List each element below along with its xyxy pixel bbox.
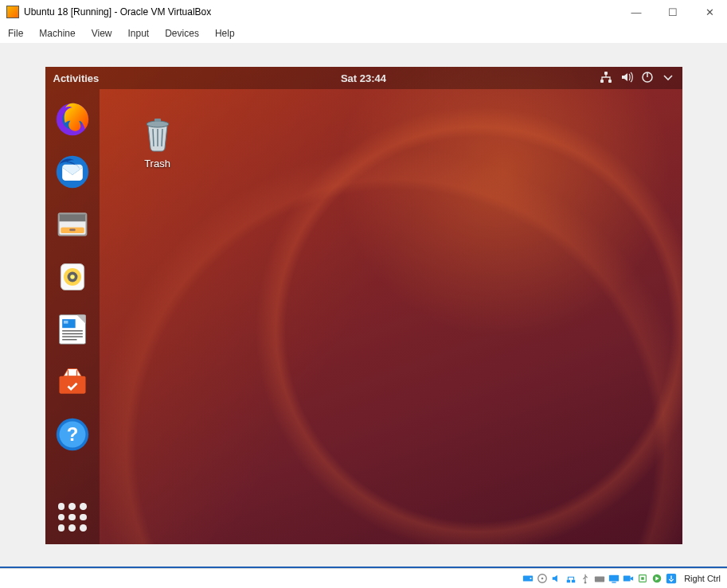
- sb-network-icon[interactable]: [565, 572, 577, 585]
- sb-audio-icon[interactable]: [550, 572, 563, 585]
- menu-view[interactable]: View: [92, 28, 112, 39]
- trash-icon: [137, 113, 178, 154]
- guest-screen[interactable]: Activities Sat 23:44: [45, 67, 682, 544]
- sb-keyboard-icon[interactable]: [665, 572, 678, 585]
- svg-rect-12: [69, 229, 75, 232]
- sb-display-icon[interactable]: [608, 572, 620, 585]
- host-key-label: Right Ctrl: [684, 574, 721, 583]
- clock[interactable]: Sat 23:44: [341, 72, 386, 84]
- minimize-button[interactable]: —: [625, 6, 647, 18]
- svg-rect-10: [59, 214, 85, 221]
- trash-label: Trash: [137, 158, 178, 169]
- svg-rect-41: [609, 575, 619, 582]
- svg-rect-19: [64, 321, 68, 324]
- menu-devices[interactable]: Devices: [165, 28, 199, 39]
- svg-rect-0: [604, 72, 608, 75]
- svg-line-30: [162, 129, 162, 146]
- dock-files[interactable]: [53, 205, 92, 243]
- window-title: Ubuntu 18 [Running] - Oracle VM VirtualB…: [24, 6, 625, 18]
- maximize-button[interactable]: ☐: [662, 6, 684, 18]
- svg-point-31: [147, 121, 169, 127]
- chevron-down-icon[interactable]: [662, 71, 674, 86]
- show-applications-button[interactable]: [58, 503, 87, 532]
- svg-rect-1: [600, 80, 604, 83]
- sb-recording-icon[interactable]: [622, 572, 635, 585]
- dock-ubuntu-software[interactable]: [53, 363, 92, 401]
- menu-file[interactable]: File: [8, 28, 23, 39]
- virtualbox-icon: [6, 6, 19, 18]
- svg-point-16: [70, 275, 75, 279]
- sb-usb-icon[interactable]: [579, 572, 592, 585]
- gnome-topbar: Activities Sat 23:44: [45, 67, 682, 89]
- power-icon[interactable]: [641, 71, 654, 86]
- svg-rect-32: [154, 119, 161, 122]
- volume-icon[interactable]: [620, 71, 633, 86]
- menu-help[interactable]: Help: [215, 28, 235, 39]
- network-icon[interactable]: [600, 71, 612, 86]
- svg-text:?: ?: [66, 423, 78, 445]
- close-button[interactable]: ✕: [698, 6, 721, 18]
- desktop-trash[interactable]: Trash: [137, 113, 178, 169]
- svg-rect-24: [59, 376, 85, 394]
- dock-help[interactable]: ?: [53, 415, 92, 454]
- sb-optical-icon[interactable]: [536, 572, 549, 585]
- svg-point-34: [530, 578, 532, 579]
- vbox-statusbar: Right Ctrl: [0, 568, 727, 588]
- dock-libreoffice-writer[interactable]: [53, 310, 92, 349]
- svg-point-36: [541, 578, 544, 580]
- host-titlebar: Ubuntu 18 [Running] - Oracle VM VirtualB…: [0, 0, 727, 24]
- sb-shared-folders-icon[interactable]: [593, 572, 606, 585]
- sb-harddisk-icon[interactable]: [522, 572, 534, 585]
- sb-cpu-icon[interactable]: [636, 572, 649, 585]
- svg-rect-37: [567, 580, 570, 583]
- dock-rhythmbox[interactable]: [53, 258, 92, 296]
- dock: ?: [45, 89, 100, 544]
- menu-machine[interactable]: Machine: [39, 28, 75, 39]
- dock-thunderbird[interactable]: [53, 153, 92, 191]
- svg-rect-38: [572, 580, 575, 583]
- dock-firefox[interactable]: [53, 100, 92, 138]
- host-menubar: File Machine View Input Devices Help: [0, 24, 727, 43]
- vm-display-area: Activities Sat 23:44: [0, 43, 727, 568]
- svg-rect-2: [608, 80, 612, 83]
- activities-button[interactable]: Activities: [53, 72, 100, 84]
- svg-point-39: [584, 582, 587, 584]
- svg-rect-40: [595, 576, 604, 582]
- sb-mouse-integration-icon[interactable]: [651, 572, 663, 585]
- svg-rect-43: [623, 576, 631, 582]
- svg-rect-42: [612, 582, 616, 582]
- svg-rect-45: [641, 577, 644, 580]
- menu-input[interactable]: Input: [128, 28, 150, 39]
- svg-line-28: [153, 129, 154, 146]
